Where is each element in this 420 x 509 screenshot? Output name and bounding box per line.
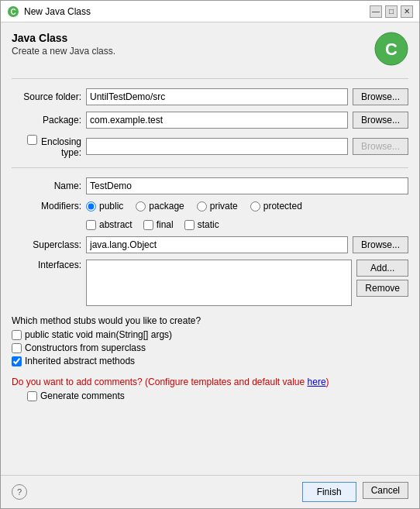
radio-private-label: private	[210, 201, 238, 212]
check-static[interactable]: static	[184, 219, 219, 230]
minimize-button[interactable]: —	[370, 5, 382, 18]
dialog-title: Java Class	[12, 32, 115, 44]
name-label: Name:	[12, 181, 81, 191]
superclass-row: Superclass: Browse...	[12, 236, 408, 253]
modifiers-label: Modifiers:	[12, 201, 81, 212]
help-button[interactable]: ?	[12, 484, 27, 500]
java-icon: C	[7, 5, 19, 18]
name-row: Name:	[12, 177, 408, 194]
name-input[interactable]	[86, 177, 408, 194]
stub-row-0: public static void main(String[] args)	[12, 329, 408, 340]
generate-comments-label: Generate comments	[40, 390, 125, 401]
enclosing-type-label: Enclosing type:	[12, 135, 81, 158]
radio-package[interactable]: package	[136, 201, 184, 212]
interfaces-list	[86, 260, 352, 306]
comments-question-text: Do you want to add comments? (Configure …	[12, 377, 308, 387]
check-static-label: static	[198, 219, 219, 230]
comments-question: Do you want to add comments? (Configure …	[12, 377, 408, 387]
source-folder-row: Source folder: Browse...	[12, 88, 408, 105]
radio-public[interactable]: public	[86, 201, 123, 212]
title-bar: C New Java Class — □ ✕	[1, 1, 419, 22]
comments-section: Do you want to add comments? (Configure …	[12, 377, 408, 401]
radio-private-input[interactable]	[197, 201, 207, 212]
dialog-footer: ? Finish Cancel	[1, 475, 419, 508]
main-content: Java Class Create a new Java class. C So…	[1, 22, 419, 475]
stub-check-0[interactable]	[12, 330, 22, 340]
superclass-browse-button[interactable]: Browse...	[353, 236, 408, 253]
generate-comments-row: Generate comments	[12, 390, 408, 401]
header-section: Java Class Create a new Java class. C	[12, 32, 408, 66]
package-label: Package:	[12, 115, 81, 126]
window-controls: — □ ✕	[370, 5, 413, 18]
svg-text:C: C	[385, 40, 398, 59]
superclass-label: Superclass:	[12, 239, 81, 250]
java-logo: C	[374, 32, 408, 66]
section-divider	[12, 167, 408, 168]
package-input[interactable]	[86, 112, 348, 129]
header-text: Java Class Create a new Java class.	[12, 32, 115, 57]
enclosing-type-row: Enclosing type: Browse...	[12, 135, 408, 158]
interfaces-label: Interfaces:	[12, 260, 81, 270]
stub-row-2: Inherited abstract methods	[12, 356, 408, 366]
dialog-window: C New Java Class — □ ✕ Java Class Create…	[0, 0, 420, 509]
add-interface-button[interactable]: Add...	[356, 260, 408, 277]
radio-public-input[interactable]	[86, 201, 96, 212]
comments-question-end: )	[326, 377, 329, 387]
remove-interface-button[interactable]: Remove	[356, 280, 408, 297]
generate-comments-checkbox[interactable]	[27, 391, 37, 401]
stubs-section: Which method stubs would you like to cre…	[12, 315, 408, 369]
header-divider	[12, 78, 408, 79]
stub-row-1: Constructors from superclass	[12, 342, 408, 353]
radio-private[interactable]: private	[197, 201, 238, 212]
radio-package-input[interactable]	[136, 201, 146, 212]
stubs-title: Which method stubs would you like to cre…	[12, 315, 408, 326]
check-abstract[interactable]: abstract	[86, 219, 133, 230]
enclosing-type-checkbox[interactable]	[27, 135, 37, 145]
radio-protected-input[interactable]	[250, 201, 260, 212]
svg-text:C: C	[10, 8, 15, 16]
package-browse-button[interactable]: Browse...	[353, 112, 408, 129]
source-folder-label: Source folder:	[12, 91, 81, 102]
interfaces-row: Interfaces: Add... Remove	[12, 260, 408, 306]
check-final-label: final	[157, 219, 174, 230]
enclosing-type-input[interactable]	[86, 138, 348, 155]
radio-protected[interactable]: protected	[250, 201, 302, 212]
stub-label-0: public static void main(String[] args)	[25, 329, 172, 340]
enclosing-browse-button[interactable]: Browse...	[353, 138, 408, 155]
radio-protected-label: protected	[263, 201, 302, 212]
superclass-input[interactable]	[86, 236, 348, 253]
stub-label-2: Inherited abstract methods	[25, 356, 135, 366]
check-abstract-label: abstract	[99, 219, 133, 230]
finish-button[interactable]: Finish	[302, 482, 356, 502]
modifiers-row: Modifiers: public package private	[12, 201, 408, 230]
stub-check-1[interactable]	[12, 343, 22, 353]
footer-left: ?	[12, 484, 27, 500]
maximize-button[interactable]: □	[385, 5, 398, 18]
check-final-input[interactable]	[143, 220, 153, 230]
cancel-button[interactable]: Cancel	[363, 482, 408, 499]
stub-check-2[interactable]	[12, 356, 22, 366]
title-bar-text: New Java Class	[24, 6, 91, 17]
check-final[interactable]: final	[143, 219, 174, 230]
interfaces-buttons: Add... Remove	[356, 260, 408, 297]
radio-package-label: package	[149, 201, 184, 212]
check-static-input[interactable]	[184, 220, 195, 230]
source-folder-browse-button[interactable]: Browse...	[353, 88, 408, 105]
check-abstract-input[interactable]	[86, 220, 96, 230]
footer-right: Finish Cancel	[302, 482, 408, 502]
comments-link[interactable]: here	[308, 377, 326, 387]
radio-public-label: public	[99, 201, 123, 212]
source-folder-input[interactable]	[86, 88, 348, 105]
stub-label-1: Constructors from superclass	[25, 342, 146, 353]
close-button[interactable]: ✕	[401, 5, 413, 18]
package-row: Package: Browse...	[12, 112, 408, 129]
dialog-subtitle: Create a new Java class.	[12, 46, 115, 57]
